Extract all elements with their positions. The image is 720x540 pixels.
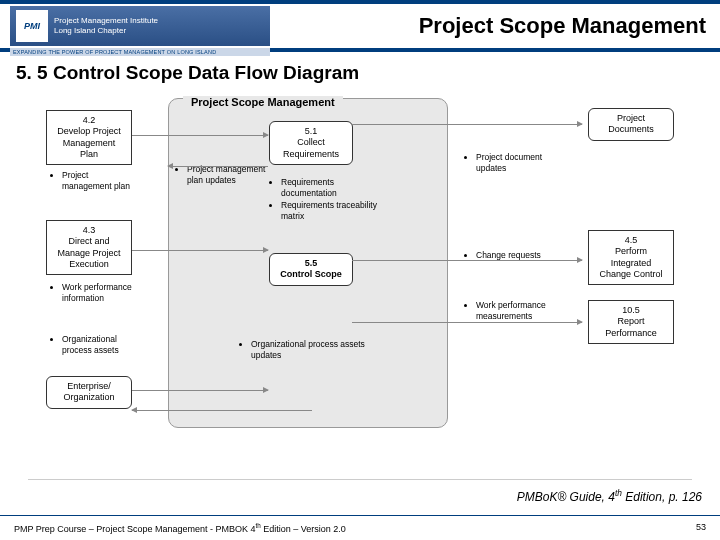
header: PMI Project Management Institute Long Is… bbox=[0, 4, 720, 52]
arrow-55-to-42 bbox=[168, 166, 268, 167]
pmi-badge-icon: PMI bbox=[16, 10, 48, 42]
arrow-55-to-45 bbox=[352, 260, 582, 261]
logo-line1: Project Management Institute bbox=[54, 16, 158, 26]
arrow-55-to-ent bbox=[132, 410, 312, 411]
scope-panel: Project Scope Management 5.1 Collect Req… bbox=[168, 98, 448, 428]
page-number: 53 bbox=[696, 522, 706, 534]
box-10-5: 10.5 Report Performance bbox=[588, 300, 674, 344]
bullet-wpi: Work performance information bbox=[52, 282, 142, 305]
bullet-opau: Organizational process assets updates bbox=[241, 339, 371, 362]
page-title: Project Scope Management bbox=[270, 13, 720, 39]
box-4-3: 4.3 Direct and Manage Project Execution bbox=[46, 220, 132, 275]
arrow-55-to-pd bbox=[352, 124, 582, 125]
box-5-1: 5.1 Collect Requirements bbox=[269, 121, 353, 165]
arrow-42-to-55 bbox=[132, 135, 268, 136]
arrow-ent-to-55 bbox=[132, 390, 268, 391]
box-4-2: 4.2 Develop Project Management Plan bbox=[46, 110, 132, 165]
pmi-logo: PMI Project Management Institute Long Is… bbox=[10, 6, 270, 46]
box-enterprise: Enterprise/ Organization bbox=[46, 376, 132, 409]
bullet-opa: Organizational process assets bbox=[52, 334, 142, 357]
panel-title: Project Scope Management bbox=[183, 96, 343, 108]
bullets-51: Requirements documentation Requirements … bbox=[271, 177, 381, 223]
bullet-wpm: Work performance measurements bbox=[466, 300, 566, 323]
box-project-documents: Project Documents bbox=[588, 108, 674, 141]
logo-tagline: EXPANDING THE POWER OF PROJECT MANAGEMEN… bbox=[10, 48, 270, 56]
arrow-43-to-55 bbox=[132, 250, 268, 251]
bullet-pmpu: Project management plan updates bbox=[177, 164, 271, 187]
logo-text: Project Management Institute Long Island… bbox=[54, 16, 158, 35]
bullet-pmp: Project management plan bbox=[52, 170, 140, 193]
bullet-pdu: Project document updates bbox=[466, 152, 556, 175]
box-5-5: 5.5 Control Scope bbox=[269, 253, 353, 286]
data-flow-diagram: 4.2 Develop Project Management Plan Proj… bbox=[28, 90, 692, 480]
citation: PMBoK® Guide, 4th Edition, p. 126 bbox=[517, 488, 702, 504]
section-title: 5. 5 Control Scope Data Flow Diagram bbox=[0, 52, 720, 90]
logo-line2: Long Island Chapter bbox=[54, 26, 158, 36]
arrow-55-to-105 bbox=[352, 322, 582, 323]
footer: PMP Prep Course – Project Scope Manageme… bbox=[0, 515, 720, 540]
box-4-5: 4.5 Perform Integrated Change Control bbox=[588, 230, 674, 285]
footer-left: PMP Prep Course – Project Scope Manageme… bbox=[14, 522, 346, 534]
